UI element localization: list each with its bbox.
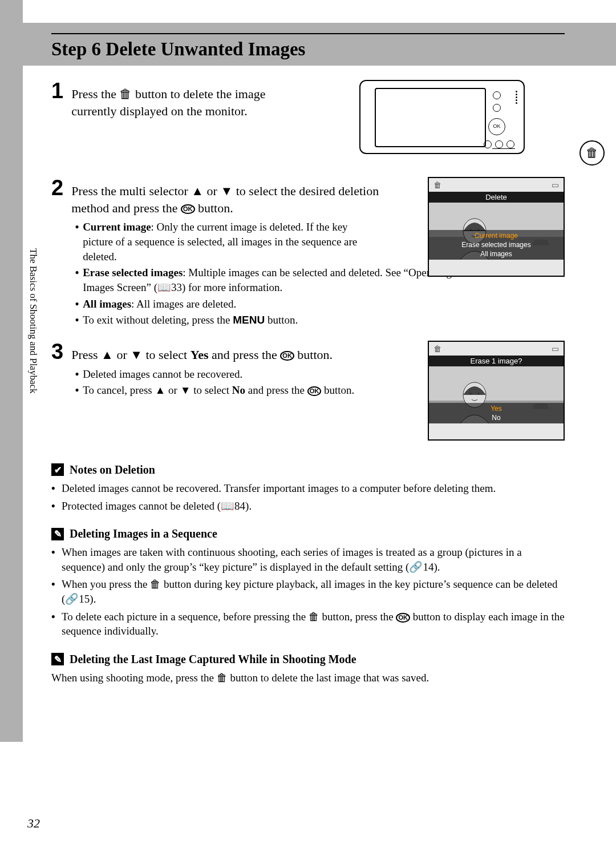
text: or <box>165 384 180 396</box>
bullet-all-images: • All images: All images are deleted. <box>71 297 565 312</box>
step-1: 1 Press the 🗑 button to delete the image… <box>51 80 565 165</box>
no-label: No <box>232 384 245 396</box>
step-3-number: 3 <box>51 341 63 362</box>
text: button. <box>195 201 233 215</box>
note-bullet: • Protected images cannot be deleted (📖8… <box>51 499 565 514</box>
text: or <box>114 348 130 362</box>
text: Deleted images cannot be recovered. <box>83 367 379 382</box>
label: Current image <box>83 221 151 233</box>
camera-button <box>493 91 501 99</box>
bullet-no-recover: • Deleted images cannot be recovered. <box>71 367 379 382</box>
note-text: When using shooting mode, press the 🗑 bu… <box>51 671 565 685</box>
notes-sequence: ✎ Deleting Images in a Sequence • When i… <box>51 527 565 639</box>
lcd-title: Erase 1 image? <box>429 356 564 366</box>
label: Erase selected images <box>83 266 183 278</box>
trash-icon: 🗑 <box>217 672 228 684</box>
page-number: 32 <box>27 816 40 831</box>
camera-button <box>484 140 492 148</box>
page-title: Step 6 Delete Unwanted Images <box>51 39 565 60</box>
up-arrow-icon: ▲ <box>191 184 204 198</box>
text: ). <box>245 500 252 512</box>
note-bullet: • When images are taken with continuous … <box>51 545 565 574</box>
svg-point-5 <box>477 393 480 395</box>
trash-icon: 🗑 <box>150 578 161 590</box>
text: : All images are deleted. <box>131 298 236 310</box>
up-arrow-icon: ▲ <box>101 348 114 362</box>
ref-icon: 🔗 <box>65 593 79 605</box>
text: button. <box>265 314 298 326</box>
camera-lcd <box>375 88 486 147</box>
step-1-body: Press the 🗑 button to delete the image c… <box>71 86 299 119</box>
lcd-preview: Yes No <box>429 366 564 423</box>
text: button to delete the last image that was… <box>228 672 429 684</box>
note-heading: ✎ Deleting Images in a Sequence <box>51 527 565 540</box>
book-icon: 📖 <box>157 281 171 293</box>
step-1-number: 1 <box>51 80 63 102</box>
camera-speaker <box>516 90 519 105</box>
note-title: Deleting Images in a Sequence <box>70 527 217 540</box>
section-tab-label: The Basics of Shooting and Playback <box>27 248 39 394</box>
text: to select <box>143 348 191 362</box>
note-bullet: • When you press the 🗑 button during key… <box>51 577 565 606</box>
ok-icon: OK <box>280 351 294 361</box>
text: When you press the <box>62 578 150 590</box>
option-yes: Yes <box>429 404 564 413</box>
book-icon: 📖 <box>221 500 234 512</box>
text: When images are taken with continuous sh… <box>62 546 522 573</box>
page-ref: 15 <box>79 593 90 605</box>
note-bullet: • To delete each picture in a sequence, … <box>51 609 565 639</box>
lcd-status-bar: 🗑 ▭ <box>429 342 564 356</box>
notes-last-image: ✎ Deleting the Last Image Captured While… <box>51 653 565 685</box>
pencil-icon: ✎ <box>51 528 64 540</box>
page-content: 1 Press the 🗑 button to delete the image… <box>51 80 565 685</box>
text: Protected images cannot be deleted ( <box>62 500 221 512</box>
text: button. <box>321 384 354 396</box>
bullet-exit: • To exit without deleting, press the ME… <box>71 313 565 328</box>
trash-icon: 🗑 <box>433 344 441 353</box>
menu-label: MENU <box>233 314 265 326</box>
step-3: 3 Press ▲ or ▼ to select Yes and press t… <box>51 341 565 449</box>
camera-illustration: OK 🗑 <box>359 80 565 160</box>
text: and press the <box>208 348 280 362</box>
lcd-title: Delete <box>429 192 564 203</box>
lcd-delete-menu: 🗑 ▭ Delete Current image Erase selected … <box>428 177 565 277</box>
page-ref: 14 <box>423 561 433 573</box>
lcd-preview: Current image Erase selected images All … <box>429 203 564 260</box>
trash-icon: 🗑 <box>586 146 598 160</box>
option-no: No <box>429 413 564 422</box>
page-ref: 84 <box>234 500 245 512</box>
text: or <box>204 184 220 198</box>
note-title: Deleting the Last Image Captured While i… <box>70 653 356 666</box>
text: Press <box>71 348 101 362</box>
pencil-icon: ✎ <box>51 653 64 665</box>
sidebar-gray-band <box>0 0 23 742</box>
camera-ok-button: OK <box>488 118 505 135</box>
text: Deleted images cannot be recovered. Tran… <box>62 481 565 496</box>
page-header: Step 6 Delete Unwanted Images <box>51 33 565 60</box>
lcd-options: Yes No <box>429 403 564 423</box>
option-erase-selected: Erase selected images <box>429 240 564 249</box>
text: button. <box>294 348 333 362</box>
svg-point-4 <box>469 393 472 395</box>
note-heading: ✔ Notes on Deletion <box>51 463 565 477</box>
battery-icon: ▭ <box>552 344 559 353</box>
trash-icon: 🗑 <box>433 180 441 189</box>
text: Press the multi selector <box>71 184 191 198</box>
text: To delete each picture in a sequence, be… <box>62 611 309 623</box>
label: All images <box>83 298 131 310</box>
down-arrow-icon: ▼ <box>220 184 233 198</box>
step-2-number: 2 <box>51 177 63 199</box>
bullet-cancel: • To cancel, press ▲ or ▼ to select No a… <box>71 383 379 398</box>
text: and press the <box>245 384 307 396</box>
step-2: 2 Press the multi selector ▲ or ▼ to sel… <box>51 177 565 329</box>
bullet-current-image: • Current image: Only the current image … <box>71 220 379 264</box>
option-all: All images <box>429 249 564 259</box>
lcd-status-bar: 🗑 ▭ <box>429 178 564 192</box>
text: ). <box>433 561 440 573</box>
text: To exit without deleting, press the <box>83 314 233 326</box>
down-arrow-icon: ▼ <box>180 384 191 396</box>
lcd-options: Current image Erase selected images All … <box>429 230 564 260</box>
note-title: Notes on Deletion <box>70 463 155 477</box>
ok-icon: OK <box>307 386 322 396</box>
text: ). <box>90 593 96 605</box>
